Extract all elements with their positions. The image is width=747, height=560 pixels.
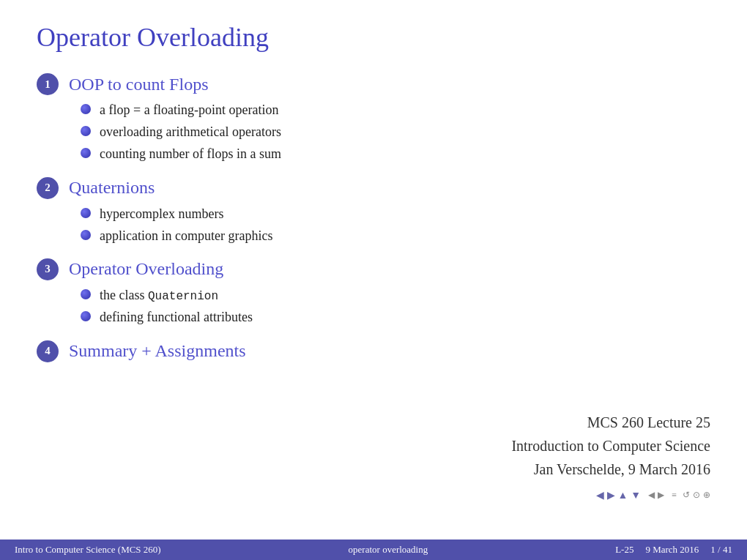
bottom-page: 1 / 41	[710, 544, 732, 556]
toc-section-2: 2 Quaternions hypercomplex numbers appli…	[37, 177, 710, 245]
section-2-header: 2 Quaternions	[37, 177, 710, 199]
section-3-number: 3	[37, 258, 59, 280]
bullet-text: defining functional attributes	[100, 308, 253, 326]
bullet-text: counting number of flops in a sum	[100, 145, 281, 163]
section-1-title: OOP to count Flops	[69, 75, 208, 94]
section-3-header: 3 Operator Overloading	[37, 258, 710, 280]
section-2-title: Quaternions	[69, 178, 155, 198]
section-3-bullets: the class Quaternion defining functional…	[37, 286, 710, 327]
bullet-dot-icon	[81, 208, 91, 218]
nav-eq-icon: ≡	[672, 490, 677, 501]
section-4-title: Summary + Assignments	[69, 341, 246, 361]
bullet-item: overloading arithmetical operators	[81, 123, 710, 141]
bottom-right: L-25 9 March 2016 1 / 41	[615, 544, 732, 556]
bullet-text: a flop = a floating-point operation	[100, 101, 279, 119]
section-2-number: 2	[37, 177, 59, 199]
section-4-header: 4 Summary + Assignments	[37, 340, 710, 362]
nav-section-left[interactable]: ◀	[648, 490, 655, 501]
bullet-text: hypercomplex numbers	[100, 205, 223, 223]
nav-section-right[interactable]: ▶	[658, 490, 664, 501]
bullet-item: application in computer graphics	[81, 227, 710, 245]
info-line-1: MCS 260 Lecture 25	[511, 411, 710, 434]
bullet-item: defining functional attributes	[81, 308, 710, 326]
section-1-number: 1	[37, 73, 59, 95]
bottom-bar: Intro to Computer Science (MCS 260) oper…	[0, 540, 747, 560]
info-line-2: Introduction to Computer Science	[511, 434, 710, 458]
toc-list: 1 OOP to count Flops a flop = a floating…	[37, 73, 710, 362]
bullet-dot-icon	[81, 230, 91, 240]
bullet-text: the class Quaternion	[100, 286, 218, 305]
slide-title: Operator Overloading	[37, 22, 710, 53]
nav-refresh-icon[interactable]: ↺	[683, 490, 690, 501]
section-1-bullets: a flop = a floating-point operation over…	[37, 101, 710, 164]
section-3-title: Operator Overloading	[69, 259, 223, 279]
info-line-3: Jan Verschelde, 9 March 2016	[511, 458, 710, 481]
bullet-dot-icon	[81, 104, 91, 114]
slide-content: Operator Overloading 1 OOP to count Flop…	[0, 0, 747, 532]
nav-right-icon[interactable]: ▶	[607, 489, 615, 501]
bullet-dot-icon	[81, 148, 91, 158]
bottom-course: Intro to Computer Science (MCS 260)	[15, 544, 161, 556]
bullet-item: counting number of flops in a sum	[81, 145, 710, 163]
bottom-date: 9 March 2016	[645, 544, 699, 556]
bullet-dot-icon	[81, 311, 91, 321]
nav-menu-icon[interactable]: ⊕	[703, 490, 710, 501]
bottom-lecture: L-25	[615, 544, 633, 556]
bullet-item: hypercomplex numbers	[81, 205, 710, 223]
navigation-icons: ◀ ▶ ▲ ▼ ◀ ▶ ≡ ↺ ⊙ ⊕	[596, 489, 711, 501]
toc-section-4: 4 Summary + Assignments	[37, 340, 710, 362]
bullet-dot-icon	[81, 126, 91, 136]
nav-down-icon[interactable]: ▼	[631, 490, 641, 501]
toc-section-1: 1 OOP to count Flops a flop = a floating…	[37, 73, 710, 164]
code-quaternion: Quaternion	[148, 290, 218, 303]
bullet-item: the class Quaternion	[81, 286, 710, 305]
bullet-dot-icon	[81, 289, 91, 299]
nav-search-icon[interactable]: ⊙	[693, 490, 700, 501]
bottom-topic: operator overloading	[349, 544, 428, 556]
bullet-text: overloading arithmetical operators	[100, 123, 281, 141]
nav-left-icon[interactable]: ◀	[596, 489, 604, 501]
toc-section-3: 3 Operator Overloading the class Quatern…	[37, 258, 710, 327]
section-2-bullets: hypercomplex numbers application in comp…	[37, 205, 710, 245]
info-block: MCS 260 Lecture 25 Introduction to Compu…	[511, 411, 710, 481]
bullet-text: application in computer graphics	[100, 227, 272, 245]
section-1-header: 1 OOP to count Flops	[37, 73, 710, 95]
bullet-item: a flop = a floating-point operation	[81, 101, 710, 119]
section-4-number: 4	[37, 340, 59, 362]
nav-up-icon[interactable]: ▲	[618, 490, 628, 501]
